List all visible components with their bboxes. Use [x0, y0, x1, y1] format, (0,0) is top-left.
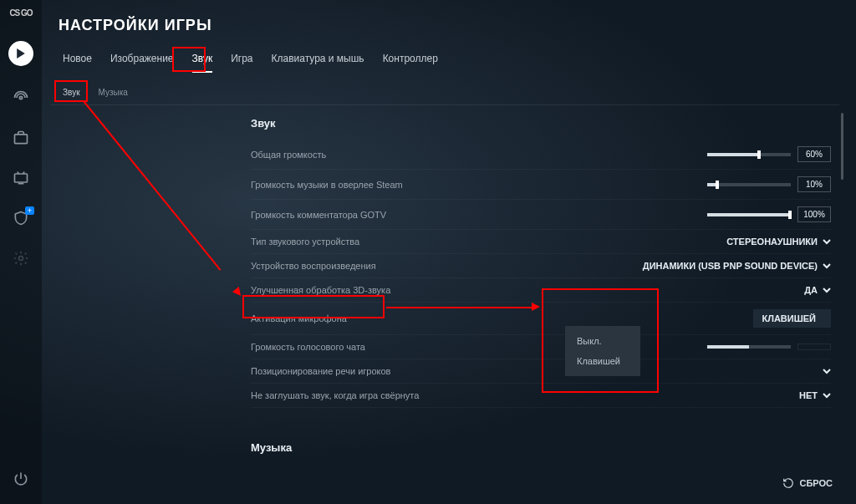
- divider: [50, 104, 839, 105]
- dropdown-device-type[interactable]: СТЕРЕОНАУШНИКИ: [726, 237, 831, 247]
- slider-overlay-music[interactable]: [707, 183, 791, 186]
- row-mute-background: Не заглушать звук, когда игра свёрнута Н…: [251, 384, 831, 408]
- slider-voice-volume[interactable]: [707, 345, 791, 349]
- row-gotv-volume: Громкость комментатора GOTV 100%: [251, 200, 831, 230]
- tab-keyboard[interactable]: Клавиатура и мышь: [272, 53, 364, 73]
- dropdown-menu-mic: Выкл. Клавишей: [565, 326, 640, 376]
- dropdown-mic-activation[interactable]: КЛАВИШЕЙ: [753, 309, 831, 328]
- dropdown-output-device[interactable]: ДИНАМИКИ (USB PNP SOUND DEVICE): [643, 261, 831, 271]
- value-overlay-music[interactable]: 10%: [797, 176, 831, 192]
- inventory-icon[interactable]: [13, 130, 29, 146]
- value-mute-background: НЕТ: [799, 390, 818, 400]
- sidebar: CS GO +: [0, 0, 42, 504]
- chevron-down-icon: [823, 262, 831, 270]
- power-icon[interactable]: [13, 471, 29, 487]
- dropdown-mute-background[interactable]: НЕТ: [799, 390, 831, 400]
- row-device-type: Тип звукового устройства СТЕРЕОНАУШНИКИ: [251, 230, 831, 254]
- chevron-down-icon: [823, 237, 831, 246]
- value-voice-volume[interactable]: [797, 344, 831, 350]
- value-device-type: СТЕРЕОНАУШНИКИ: [726, 237, 818, 247]
- value-gotv-volume[interactable]: 100%: [797, 206, 831, 222]
- subtabs: Звук Музыка: [63, 88, 128, 97]
- row-voice-positional: Позиционирование речи игроков: [251, 359, 831, 384]
- label-3d-processing: Улучшенная обработка 3D-звука: [251, 285, 804, 295]
- annotation-arrowhead-1: [232, 287, 244, 298]
- chevron-down-icon: [823, 367, 831, 375]
- row-master-volume: Общая громкость 60%: [251, 140, 831, 170]
- label-mic-activation: Активация микрофона: [251, 313, 753, 323]
- tab-game[interactable]: Игра: [231, 53, 252, 73]
- tabs: Новое Изображение Звук Игра Клавиатура и…: [63, 53, 438, 73]
- row-output-device: Устройство воспроизведения ДИНАМИКИ (USB…: [251, 254, 831, 278]
- slider-gotv-volume[interactable]: [707, 213, 791, 216]
- row-voice-volume: Громкость голосового чата: [251, 335, 831, 359]
- label-device-type: Тип звукового устройства: [251, 237, 726, 247]
- label-master-volume: Общая громкость: [251, 150, 707, 160]
- tab-new[interactable]: Новое: [63, 53, 92, 73]
- tab-audio[interactable]: Звук: [192, 53, 213, 73]
- dropdown-item-off[interactable]: Выкл.: [565, 331, 640, 351]
- svg-point-0: [19, 96, 22, 99]
- value-master-volume[interactable]: 60%: [797, 146, 831, 162]
- value-output-device: ДИНАМИКИ (USB PNP SOUND DEVICE): [643, 261, 818, 271]
- dropdown-voice-positional[interactable]: [823, 367, 831, 375]
- badge-new: +: [25, 206, 34, 215]
- header: НАСТРОЙКИ ИГРЫ: [59, 17, 212, 34]
- slider-master-volume[interactable]: [707, 153, 791, 156]
- section-music-title: Музыка: [251, 441, 831, 454]
- reset-label: СБРОС: [799, 478, 833, 488]
- settings-content: Звук Общая громкость 60% Громкость музык…: [251, 117, 831, 462]
- settings-icon[interactable]: [13, 250, 29, 267]
- dropdown-item-key[interactable]: Клавишей: [565, 351, 640, 371]
- subtab-music[interactable]: Музыка: [99, 88, 128, 97]
- chevron-down-icon: [823, 391, 831, 400]
- chevron-down-icon: [823, 286, 831, 294]
- watch-icon[interactable]: [13, 170, 29, 186]
- reset-button[interactable]: СБРОС: [782, 477, 833, 489]
- logo: CS GO: [9, 8, 32, 18]
- section-sound-title: Звук: [251, 117, 831, 130]
- label-voice-positional: Позиционирование речи игроков: [251, 366, 823, 376]
- row-mic-activation: Активация микрофона КЛАВИШЕЙ: [251, 303, 831, 335]
- svg-point-3: [19, 257, 23, 261]
- svg-rect-1: [15, 135, 28, 144]
- tab-video[interactable]: Изображение: [110, 53, 174, 73]
- dropdown-3d-processing[interactable]: ДА: [804, 285, 831, 295]
- page-title: НАСТРОЙКИ ИГРЫ: [59, 17, 212, 34]
- tab-controller[interactable]: Контроллер: [383, 53, 438, 73]
- value-mic-activation: КЛАВИШЕЙ: [762, 313, 816, 323]
- annotation-arrow-1: [83, 100, 221, 270]
- play-icon: [16, 48, 26, 59]
- row-overlay-music: Громкость музыки в оверлее Steam 10%: [251, 170, 831, 200]
- shield-icon[interactable]: +: [13, 210, 29, 227]
- value-3d-processing: ДА: [804, 285, 818, 295]
- scrollbar[interactable]: [841, 113, 843, 180]
- play-button[interactable]: [8, 41, 33, 66]
- label-output-device: Устройство воспроизведения: [251, 261, 643, 271]
- broadcast-icon[interactable]: [13, 89, 29, 106]
- svg-rect-2: [15, 174, 28, 182]
- reset-icon: [782, 477, 794, 489]
- row-3d-processing: Улучшенная обработка 3D-звука ДА: [251, 278, 831, 303]
- label-overlay-music: Громкость музыки в оверлее Steam: [251, 180, 707, 190]
- label-gotv-volume: Громкость комментатора GOTV: [251, 210, 707, 220]
- label-mute-background: Не заглушать звук, когда игра свёрнута: [251, 390, 799, 400]
- subtab-sound[interactable]: Звук: [63, 88, 80, 97]
